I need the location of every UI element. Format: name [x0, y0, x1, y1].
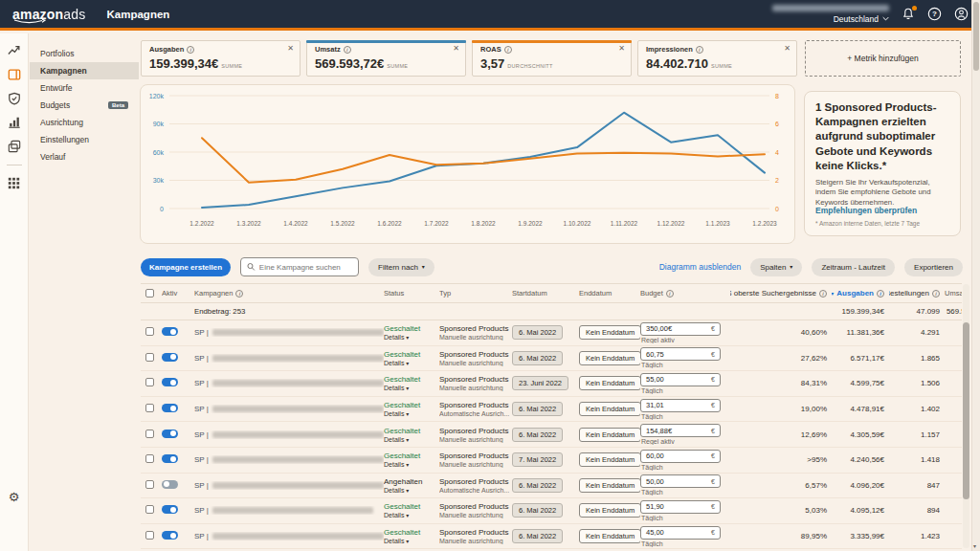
- details-toggle[interactable]: Details ▾: [384, 410, 439, 417]
- campaign-name-redacted[interactable]: [212, 431, 384, 438]
- row-checkbox[interactable]: [145, 378, 154, 386]
- end-date-button[interactable]: Kein Enddatum: [579, 428, 640, 442]
- page-scrollbar[interactable]: ▾: [971, 0, 980, 551]
- row-checkbox[interactable]: [145, 430, 154, 438]
- end-date-button[interactable]: Kein Enddatum: [579, 478, 640, 493]
- details-toggle[interactable]: Details ▾: [384, 512, 439, 518]
- hide-chart-link[interactable]: Diagramm ausblenden: [659, 262, 742, 272]
- end-date-button[interactable]: Kein Enddatum: [579, 376, 640, 390]
- start-date-button[interactable]: 6. Mai 2022: [512, 402, 563, 416]
- sidebar-item-ausrichtung[interactable]: Ausrichtung: [30, 114, 139, 131]
- campaign-name-redacted[interactable]: [212, 533, 384, 540]
- campaigns-icon[interactable]: [8, 68, 21, 81]
- close-icon[interactable]: ✕: [618, 44, 625, 53]
- info-icon[interactable]: i: [877, 290, 884, 298]
- create-campaign-button[interactable]: Kampagne erstellen: [141, 258, 231, 276]
- end-date-button[interactable]: Kein Enddatum: [579, 351, 640, 365]
- close-icon[interactable]: ✕: [784, 44, 791, 53]
- campaign-active-toggle[interactable]: [162, 378, 178, 386]
- end-date-button[interactable]: Kein Enddatum: [579, 325, 640, 340]
- budget-input[interactable]: 55,00€: [640, 373, 721, 386]
- campaign-name-redacted[interactable]: [212, 355, 384, 362]
- info-icon[interactable]: i: [666, 290, 674, 298]
- help-button[interactable]: ?: [927, 7, 942, 21]
- budget-input[interactable]: 60,75€: [640, 347, 721, 361]
- col-enddatum[interactable]: Enddatum: [579, 289, 640, 298]
- filter-by-button[interactable]: Filtern nach▾: [368, 258, 434, 276]
- columns-button[interactable]: Spalten▾: [750, 258, 802, 276]
- details-toggle[interactable]: Details ▾: [384, 461, 439, 468]
- reports-icon[interactable]: [8, 116, 21, 129]
- row-checkbox[interactable]: [145, 505, 154, 514]
- row-checkbox[interactable]: [145, 454, 154, 463]
- details-toggle[interactable]: Details ▾: [384, 360, 439, 366]
- sidebar-item-einstellungen[interactable]: Einstellungen: [30, 131, 139, 148]
- start-date-button[interactable]: 7. Mai 2022: [512, 452, 563, 467]
- select-all-checkbox[interactable]: [145, 289, 154, 298]
- end-date-button[interactable]: Kein Enddatum: [579, 503, 640, 518]
- account-menu-button[interactable]: [954, 7, 969, 21]
- budget-input[interactable]: 31,01€: [640, 399, 721, 412]
- start-date-button[interactable]: 6. Mai 2022: [512, 529, 563, 543]
- table-scrollbar-thumb[interactable]: [963, 322, 969, 499]
- col-ausgaben-sorted[interactable]: ▾Ausgabeni: [832, 289, 889, 298]
- details-toggle[interactable]: Details ▾: [384, 538, 439, 544]
- budget-input[interactable]: 45,00€: [640, 526, 721, 540]
- col-aktiv[interactable]: Aktiv: [162, 289, 194, 298]
- campaign-active-toggle[interactable]: [162, 404, 178, 412]
- col-kampagnen[interactable]: Kampagneni: [194, 289, 384, 298]
- row-checkbox[interactable]: [145, 404, 154, 412]
- start-date-button[interactable]: 6. Mai 2022: [512, 428, 563, 442]
- brand-safety-icon[interactable]: [8, 92, 21, 105]
- end-date-button[interactable]: Kein Enddatum: [579, 529, 640, 543]
- campaign-name-redacted[interactable]: [212, 482, 384, 489]
- start-date-button[interactable]: 6. Mai 2022: [512, 325, 563, 340]
- row-checkbox[interactable]: [145, 353, 154, 362]
- budget-input[interactable]: 60,00€: [640, 450, 721, 463]
- scroll-down-arrow-icon[interactable]: ▾: [973, 542, 976, 549]
- start-date-button[interactable]: 6. Mai 2022: [512, 351, 563, 365]
- amazon-ads-logo[interactable]: amazonads: [12, 7, 86, 22]
- row-checkbox[interactable]: [145, 480, 154, 489]
- table-scrollbar[interactable]: [963, 284, 969, 548]
- review-recommendations-link[interactable]: Empfehlungen überprüfen: [815, 206, 917, 215]
- details-toggle[interactable]: Details ▾: [384, 334, 439, 341]
- row-checkbox[interactable]: [145, 531, 154, 540]
- info-icon[interactable]: i: [696, 46, 703, 54]
- metric-card-ausgaben[interactable]: ✕ Ausgabeni 159.399,34€SUMME: [141, 40, 301, 77]
- sidebar-item-budgets[interactable]: BudgetsBeta: [30, 97, 139, 114]
- info-icon[interactable]: i: [819, 290, 827, 298]
- col-is-oberste-suchergebnisse[interactable]: IS oberste Suchergebnissei: [730, 289, 832, 298]
- info-icon[interactable]: i: [504, 46, 512, 54]
- notifications-button[interactable]: [902, 7, 915, 21]
- sidebar-item-verlauf[interactable]: Verlauf: [30, 148, 139, 165]
- campaign-active-toggle[interactable]: [162, 531, 178, 540]
- campaign-active-toggle[interactable]: [162, 480, 178, 489]
- budget-input[interactable]: 350,00€€: [640, 322, 721, 336]
- search-input[interactable]: [259, 263, 352, 272]
- col-typ[interactable]: Typ: [439, 289, 512, 298]
- add-metric-button[interactable]: + Metrik hinzufügen: [805, 40, 961, 77]
- metric-card-impressionen[interactable]: ✕ Impressioneni 84.402.710SUMME: [637, 40, 797, 77]
- col-bestellungen[interactable]: Bestellungeni: [889, 289, 945, 298]
- campaign-active-toggle[interactable]: [162, 505, 178, 514]
- col-status[interactable]: Status: [384, 289, 439, 298]
- details-toggle[interactable]: Details ▾: [384, 487, 439, 494]
- campaign-active-toggle[interactable]: [162, 454, 178, 463]
- close-icon[interactable]: ✕: [453, 44, 459, 53]
- row-checkbox[interactable]: [145, 327, 154, 336]
- campaign-active-toggle[interactable]: [162, 353, 178, 362]
- export-button[interactable]: Exportieren: [904, 258, 963, 276]
- settings-gear-icon[interactable]: ⚙: [9, 491, 20, 503]
- campaign-name-redacted[interactable]: [212, 456, 384, 463]
- campaign-search[interactable]: [240, 257, 359, 276]
- budget-input[interactable]: 50,00€: [640, 474, 721, 488]
- budget-input[interactable]: 154,88€€: [640, 424, 721, 437]
- close-icon[interactable]: ✕: [287, 44, 294, 53]
- campaign-active-toggle[interactable]: [162, 430, 178, 438]
- sidebar-item-portfolios[interactable]: Portfolios: [30, 45, 139, 62]
- campaign-name-redacted[interactable]: [212, 329, 384, 336]
- info-icon[interactable]: i: [344, 46, 351, 54]
- sidebar-item-entwuerfe[interactable]: Entwürfe: [30, 79, 139, 97]
- end-date-button[interactable]: Kein Enddatum: [579, 402, 640, 416]
